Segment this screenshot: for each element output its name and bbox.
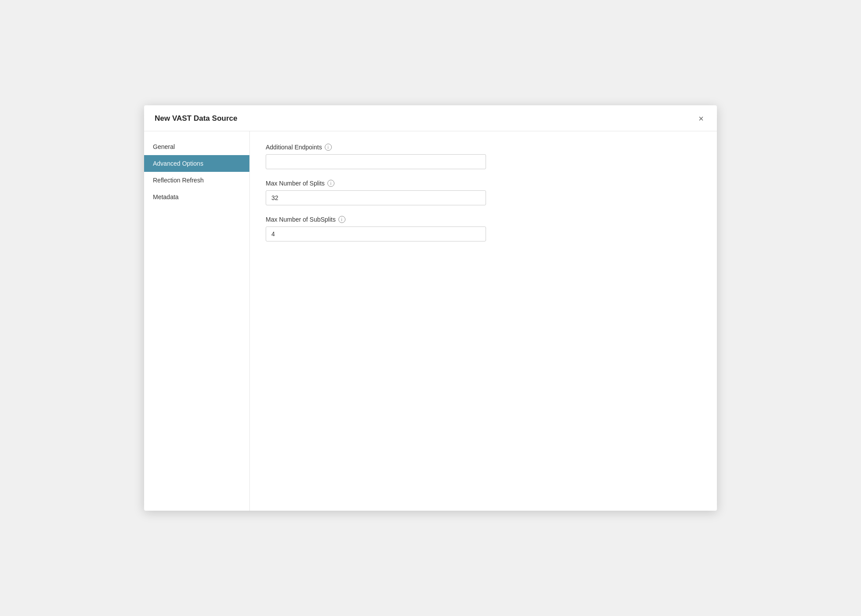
form-group-max-splits: Max Number of Splits i [266, 180, 486, 205]
modal-header: New VAST Data Source × [144, 105, 717, 131]
close-icon: × [698, 114, 704, 123]
sidebar-item-label: Metadata [153, 193, 178, 200]
close-button[interactable]: × [696, 113, 706, 124]
sidebar-item-label: Reflection Refresh [153, 177, 204, 184]
info-icon-max-splits[interactable]: i [327, 180, 334, 187]
sidebar-item-reflection-refresh[interactable]: Reflection Refresh [144, 172, 249, 189]
max-splits-input[interactable] [266, 190, 486, 205]
sidebar-item-label: Advanced Options [153, 160, 203, 167]
sidebar-item-label: General [153, 143, 175, 150]
field-label-max-splits: Max Number of Splits i [266, 180, 486, 187]
field-label-max-subsplits: Max Number of SubSplits i [266, 216, 486, 223]
sidebar-item-general[interactable]: General [144, 138, 249, 155]
sidebar: General Advanced Options Reflection Refr… [144, 131, 250, 511]
modal: New VAST Data Source × General Advanced … [144, 105, 717, 511]
modal-body: General Advanced Options Reflection Refr… [144, 131, 717, 511]
main-content: Additional Endpoints i Max Number of Spl… [250, 131, 717, 511]
max-subsplits-input[interactable] [266, 226, 486, 241]
form-group-additional-endpoints: Additional Endpoints i [266, 144, 486, 169]
field-label-additional-endpoints: Additional Endpoints i [266, 144, 486, 151]
sidebar-item-advanced-options[interactable]: Advanced Options [144, 155, 249, 172]
additional-endpoints-input[interactable] [266, 154, 486, 169]
info-icon-max-subsplits[interactable]: i [338, 216, 345, 223]
form-group-max-subsplits: Max Number of SubSplits i [266, 216, 486, 241]
info-icon-additional-endpoints[interactable]: i [325, 144, 332, 151]
sidebar-item-metadata[interactable]: Metadata [144, 189, 249, 205]
modal-title: New VAST Data Source [155, 114, 238, 123]
